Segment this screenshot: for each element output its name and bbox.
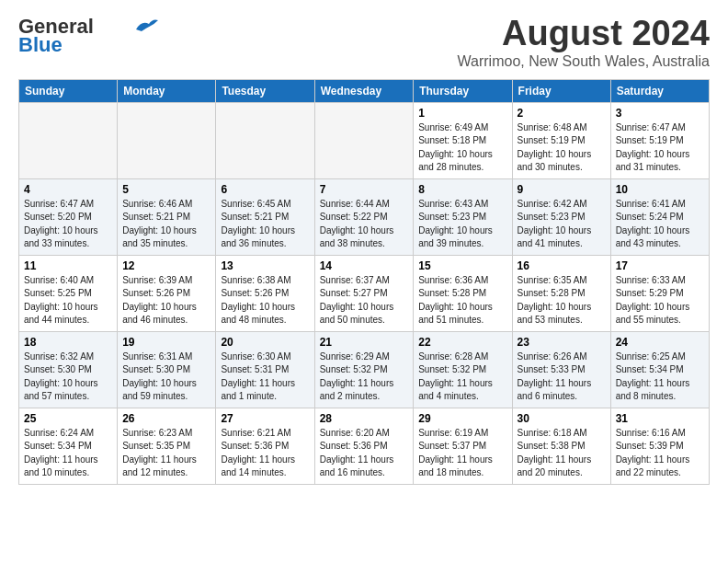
logo-blue: Blue: [18, 33, 63, 57]
day-number: 15: [418, 259, 506, 272]
day-info: Sunrise: 6:23 AM Sunset: 5:35 PM Dayligh…: [122, 427, 210, 480]
table-row: 2Sunrise: 6:48 AM Sunset: 5:19 PM Daylig…: [512, 102, 610, 178]
table-row: 17Sunrise: 6:33 AM Sunset: 5:29 PM Dayli…: [610, 255, 709, 331]
col-sunday: Sunday: [19, 79, 118, 102]
day-info: Sunrise: 6:43 AM Sunset: 5:23 PM Dayligh…: [418, 198, 506, 251]
day-number: 2: [518, 107, 606, 120]
calendar-week-row: 25Sunrise: 6:24 AM Sunset: 5:34 PM Dayli…: [19, 408, 710, 484]
calendar-header-row: Sunday Monday Tuesday Wednesday Thursday…: [19, 79, 710, 102]
day-number: 24: [616, 336, 704, 349]
day-number: 12: [122, 259, 210, 272]
day-info: Sunrise: 6:47 AM Sunset: 5:19 PM Dayligh…: [616, 121, 704, 175]
day-number: 1: [418, 107, 506, 120]
col-wednesday: Wednesday: [314, 79, 414, 102]
col-tuesday: Tuesday: [216, 79, 314, 102]
page: General Blue August 2024 Warrimoo, New S…: [0, 0, 728, 494]
table-row: 18Sunrise: 6:32 AM Sunset: 5:30 PM Dayli…: [19, 331, 118, 408]
table-row: 24Sunrise: 6:25 AM Sunset: 5:34 PM Dayli…: [610, 331, 709, 408]
day-info: Sunrise: 6:46 AM Sunset: 5:21 PM Dayligh…: [122, 198, 210, 251]
table-row: 20Sunrise: 6:30 AM Sunset: 5:31 PM Dayli…: [216, 331, 314, 408]
day-info: Sunrise: 6:35 AM Sunset: 5:28 PM Dayligh…: [518, 274, 606, 327]
day-info: Sunrise: 6:24 AM Sunset: 5:34 PM Dayligh…: [24, 427, 112, 480]
day-number: 13: [221, 259, 309, 272]
day-number: 11: [24, 259, 112, 272]
title-block: August 2024 Warrimoo, New South Wales, A…: [458, 15, 710, 70]
table-row: 25Sunrise: 6:24 AM Sunset: 5:34 PM Dayli…: [19, 408, 118, 484]
col-thursday: Thursday: [414, 79, 512, 102]
table-row: 21Sunrise: 6:29 AM Sunset: 5:32 PM Dayli…: [314, 331, 414, 408]
day-info: Sunrise: 6:48 AM Sunset: 5:19 PM Dayligh…: [518, 121, 606, 175]
day-number: 30: [518, 412, 606, 425]
header: General Blue August 2024 Warrimoo, New S…: [18, 15, 710, 70]
day-number: 29: [418, 412, 506, 425]
day-info: Sunrise: 6:26 AM Sunset: 5:33 PM Dayligh…: [518, 350, 606, 404]
table-row: 23Sunrise: 6:26 AM Sunset: 5:33 PM Dayli…: [512, 331, 610, 408]
day-number: 31: [616, 412, 704, 425]
calendar-week-row: 18Sunrise: 6:32 AM Sunset: 5:30 PM Dayli…: [19, 331, 710, 408]
table-row: 29Sunrise: 6:19 AM Sunset: 5:37 PM Dayli…: [414, 408, 512, 484]
day-info: Sunrise: 6:21 AM Sunset: 5:36 PM Dayligh…: [221, 427, 309, 480]
day-number: 10: [616, 183, 704, 196]
day-info: Sunrise: 6:39 AM Sunset: 5:26 PM Dayligh…: [122, 274, 210, 327]
day-number: 6: [221, 183, 309, 196]
table-row: 12Sunrise: 6:39 AM Sunset: 5:26 PM Dayli…: [118, 255, 216, 331]
day-number: 16: [518, 259, 606, 272]
day-number: 19: [122, 336, 210, 349]
day-number: 22: [418, 336, 506, 349]
calendar-table: Sunday Monday Tuesday Wednesday Thursday…: [18, 79, 710, 485]
day-info: Sunrise: 6:40 AM Sunset: 5:25 PM Dayligh…: [24, 274, 112, 327]
day-number: 9: [518, 183, 606, 196]
day-info: Sunrise: 6:28 AM Sunset: 5:32 PM Dayligh…: [418, 350, 506, 404]
calendar-week-row: 4Sunrise: 6:47 AM Sunset: 5:20 PM Daylig…: [19, 178, 710, 255]
day-number: 5: [122, 183, 210, 196]
table-row: [19, 102, 118, 178]
month-title: August 2024: [458, 15, 710, 53]
col-friday: Friday: [512, 79, 610, 102]
day-info: Sunrise: 6:38 AM Sunset: 5:26 PM Dayligh…: [221, 274, 309, 327]
table-row: 3Sunrise: 6:47 AM Sunset: 5:19 PM Daylig…: [610, 102, 709, 178]
calendar-week-row: 1Sunrise: 6:49 AM Sunset: 5:18 PM Daylig…: [19, 102, 710, 178]
table-row: 10Sunrise: 6:41 AM Sunset: 5:24 PM Dayli…: [610, 178, 709, 255]
day-info: Sunrise: 6:32 AM Sunset: 5:30 PM Dayligh…: [24, 350, 112, 404]
day-number: 7: [320, 183, 409, 196]
day-number: 26: [122, 412, 210, 425]
day-info: Sunrise: 6:41 AM Sunset: 5:24 PM Dayligh…: [616, 198, 704, 251]
table-row: 27Sunrise: 6:21 AM Sunset: 5:36 PM Dayli…: [216, 408, 314, 484]
day-number: 4: [24, 183, 112, 196]
table-row: 9Sunrise: 6:42 AM Sunset: 5:23 PM Daylig…: [512, 178, 610, 255]
day-info: Sunrise: 6:47 AM Sunset: 5:20 PM Dayligh…: [24, 198, 112, 251]
logo-bird-icon: [134, 17, 160, 33]
day-number: 8: [418, 183, 506, 196]
day-info: Sunrise: 6:33 AM Sunset: 5:29 PM Dayligh…: [616, 274, 704, 327]
day-info: Sunrise: 6:44 AM Sunset: 5:22 PM Dayligh…: [320, 198, 409, 251]
table-row: 15Sunrise: 6:36 AM Sunset: 5:28 PM Dayli…: [414, 255, 512, 331]
day-info: Sunrise: 6:49 AM Sunset: 5:18 PM Dayligh…: [418, 121, 506, 175]
day-number: 21: [320, 336, 409, 349]
day-info: Sunrise: 6:31 AM Sunset: 5:30 PM Dayligh…: [122, 350, 210, 404]
day-info: Sunrise: 6:30 AM Sunset: 5:31 PM Dayligh…: [221, 350, 309, 404]
table-row: 5Sunrise: 6:46 AM Sunset: 5:21 PM Daylig…: [118, 178, 216, 255]
table-row: 26Sunrise: 6:23 AM Sunset: 5:35 PM Dayli…: [118, 408, 216, 484]
day-info: Sunrise: 6:36 AM Sunset: 5:28 PM Dayligh…: [418, 274, 506, 327]
col-monday: Monday: [118, 79, 216, 102]
table-row: 1Sunrise: 6:49 AM Sunset: 5:18 PM Daylig…: [414, 102, 512, 178]
day-number: 20: [221, 336, 309, 349]
day-info: Sunrise: 6:37 AM Sunset: 5:27 PM Dayligh…: [320, 274, 409, 327]
table-row: [314, 102, 414, 178]
day-number: 14: [320, 259, 409, 272]
table-row: 14Sunrise: 6:37 AM Sunset: 5:27 PM Dayli…: [314, 255, 414, 331]
table-row: 22Sunrise: 6:28 AM Sunset: 5:32 PM Dayli…: [414, 331, 512, 408]
table-row: 4Sunrise: 6:47 AM Sunset: 5:20 PM Daylig…: [19, 178, 118, 255]
table-row: 8Sunrise: 6:43 AM Sunset: 5:23 PM Daylig…: [414, 178, 512, 255]
day-info: Sunrise: 6:19 AM Sunset: 5:37 PM Dayligh…: [418, 427, 506, 480]
table-row: 28Sunrise: 6:20 AM Sunset: 5:36 PM Dayli…: [314, 408, 414, 484]
day-info: Sunrise: 6:45 AM Sunset: 5:21 PM Dayligh…: [221, 198, 309, 251]
day-number: 23: [518, 336, 606, 349]
day-number: 3: [616, 107, 704, 120]
table-row: 30Sunrise: 6:18 AM Sunset: 5:38 PM Dayli…: [512, 408, 610, 484]
location: Warrimoo, New South Wales, Australia: [458, 53, 710, 70]
table-row: 7Sunrise: 6:44 AM Sunset: 5:22 PM Daylig…: [314, 178, 414, 255]
table-row: 16Sunrise: 6:35 AM Sunset: 5:28 PM Dayli…: [512, 255, 610, 331]
day-number: 17: [616, 259, 704, 272]
day-info: Sunrise: 6:20 AM Sunset: 5:36 PM Dayligh…: [320, 427, 409, 480]
